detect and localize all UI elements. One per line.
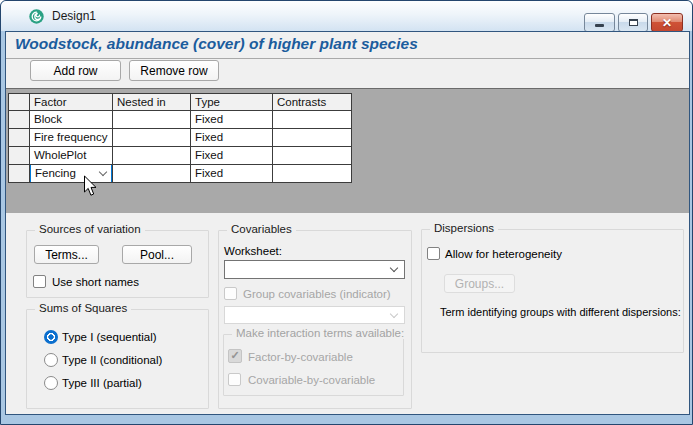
table-cell-type[interactable]: Fixed (191, 111, 272, 128)
row-selector[interactable] (9, 165, 29, 182)
table-cell-type[interactable]: Fixed (191, 165, 272, 182)
covariables-group: Covariables Worksheet: Group covariables… (218, 230, 412, 409)
table-cell-nested-in[interactable] (113, 111, 190, 128)
table-cell-contrasts[interactable] (273, 111, 351, 128)
table-cell-nested-in[interactable] (113, 129, 190, 146)
mouse-cursor (83, 175, 97, 197)
use-short-names-checkbox[interactable] (33, 275, 46, 288)
close-button[interactable]: ✕ (651, 13, 683, 32)
remove-row-button[interactable]: Remove row (129, 60, 219, 81)
interaction-terms-title: Make interaction terms available: (232, 327, 408, 339)
group-covariables-combobox[interactable] (224, 306, 405, 324)
close-icon: ✕ (662, 17, 672, 29)
chevron-down-icon[interactable] (390, 264, 398, 272)
design-workspace: Factor Nested in Type Contrasts Block Fi… (6, 88, 689, 213)
terms-button[interactable]: Terms... (34, 245, 99, 264)
dispersions-term-text: Term identifying groups with different d… (440, 305, 681, 319)
type-iii-label[interactable]: Type III (partial) (62, 376, 142, 390)
use-short-names-label: Use short names (52, 275, 139, 289)
add-row-button[interactable]: Add row (30, 60, 121, 81)
minimize-icon (595, 24, 604, 27)
factor-combobox[interactable]: Fencing (30, 165, 112, 182)
type-i-radio[interactable] (44, 330, 58, 344)
row-selector-header (9, 94, 29, 110)
maximize-button[interactable] (618, 13, 648, 32)
type-iii-radio[interactable] (44, 376, 58, 390)
table-cell-factor[interactable]: Fire frequency (30, 129, 112, 146)
column-header-factor[interactable]: Factor (30, 94, 112, 110)
chevron-down-icon[interactable] (99, 168, 107, 176)
type-ii-radio[interactable] (44, 353, 58, 367)
allow-heterogeneity-checkbox[interactable] (427, 247, 440, 260)
column-header-nested-in[interactable]: Nested in (113, 94, 190, 110)
group-covariables-label: Group covariables (indicator) (243, 287, 391, 301)
factor-combobox-value: Fencing (35, 165, 76, 182)
design-window: Design1 ✕ Woodstock, abundance (cover) o… (0, 0, 693, 425)
window-title: Design1 (52, 9, 96, 23)
dataset-title: Woodstock, abundance (cover) of higher p… (15, 35, 418, 53)
column-header-type[interactable]: Type (191, 94, 272, 110)
covariable-by-covariable-label: Covariable-by-covariable (248, 373, 375, 387)
sources-of-variation-title: Sources of variation (35, 223, 145, 235)
chevron-down-icon (390, 309, 398, 317)
title-bar[interactable]: Design1 ✕ (1, 1, 692, 31)
factor-by-covariable-label: Factor-by-covariable (248, 350, 353, 364)
sums-of-squares-group: Sums of Squares Type I (sequential) Type… (26, 309, 209, 409)
allow-heterogeneity-label: Allow for heterogeneity (445, 247, 562, 261)
canoco-logo-icon (29, 9, 44, 24)
interaction-terms-group: Make interaction terms available: ✓ Fact… (223, 334, 404, 396)
table-cell-nested-in[interactable] (113, 165, 190, 182)
sums-of-squares-title: Sums of Squares (35, 302, 131, 314)
factor-by-covariable-checkbox[interactable]: ✓ (228, 349, 242, 363)
factors-table: Factor Nested in Type Contrasts Block Fi… (8, 93, 352, 183)
maximize-icon (629, 19, 638, 26)
row-selector[interactable] (9, 111, 29, 128)
table-cell-contrasts[interactable] (273, 147, 351, 164)
type-i-label[interactable]: Type I (sequential) (62, 330, 157, 344)
dispersions-title: Dispersions (430, 222, 498, 234)
column-header-contrasts[interactable]: Contrasts (273, 94, 351, 110)
row-selector[interactable] (9, 129, 29, 146)
dispersions-group: Dispersions Allow for heterogeneity Grou… (421, 229, 684, 353)
groups-button[interactable]: Groups... (444, 274, 515, 293)
table-cell-factor[interactable]: Block (30, 111, 112, 128)
group-covariables-checkbox[interactable] (224, 287, 237, 300)
table-cell-type[interactable]: Fixed (191, 129, 272, 146)
sources-of-variation-group: Sources of variation Terms... Pool... Us… (26, 230, 209, 298)
dialog-content: Woodstock, abundance (cover) of higher p… (5, 31, 690, 415)
table-cell-contrasts[interactable] (273, 165, 351, 182)
dataset-banner: Woodstock, abundance (cover) of higher p… (6, 32, 689, 59)
pool-button[interactable]: Pool... (122, 245, 192, 264)
table-cell-nested-in[interactable] (113, 147, 190, 164)
table-cell-factor[interactable]: WholePlot (30, 147, 112, 164)
worksheet-combobox[interactable] (224, 260, 405, 279)
row-selector[interactable] (9, 147, 29, 164)
covariable-by-covariable-checkbox[interactable] (228, 373, 241, 386)
table-cell-factor-editing: Fencing (30, 165, 112, 182)
worksheet-label: Worksheet: (224, 244, 282, 258)
minimize-button[interactable] (584, 13, 615, 32)
options-panel: Sources of variation Terms... Pool... Us… (6, 213, 689, 414)
table-cell-type[interactable]: Fixed (191, 147, 272, 164)
table-cell-contrasts[interactable] (273, 129, 351, 146)
covariables-title: Covariables (227, 223, 296, 235)
type-ii-label[interactable]: Type II (conditional) (62, 353, 162, 367)
